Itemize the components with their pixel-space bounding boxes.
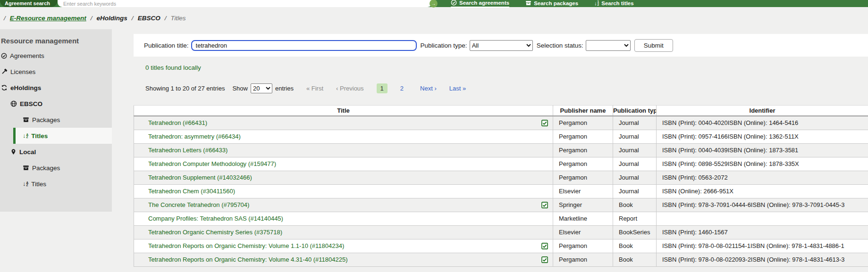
title-link[interactable]: The Concrete Tetrahedron (#795704) <box>148 201 249 208</box>
sidebar-item-licenses[interactable]: Licenses <box>0 64 112 80</box>
breadcrumb-separator: / <box>165 15 167 22</box>
publication-type-cell: BookSeries <box>613 225 657 239</box>
breadcrumb-ebsco[interactable]: EBSCO <box>138 15 160 22</box>
publisher-cell: Pergamon <box>553 130 613 143</box>
title-link[interactable]: Tetrahedron Supplement (#14032466) <box>148 174 252 181</box>
publisher-cell: Springer <box>553 198 613 212</box>
column-header-publisher-name: Publisher name <box>553 106 613 116</box>
gavel-icon <box>1 68 8 75</box>
selected-check <box>541 243 548 251</box>
table-row: Tetrahedron Letters (#66433) Pergamon Jo… <box>134 143 868 157</box>
publisher-cell: Pergamon <box>553 143 613 157</box>
title-link[interactable]: Tetrahedron (#66431) <box>148 119 207 126</box>
table-row: Tetrahedron (#66431) Pergamon Journal IS… <box>134 116 868 130</box>
package-icon <box>525 0 531 6</box>
publication-type-select[interactable]: All <box>470 40 533 51</box>
publication-title-input[interactable] <box>191 40 417 51</box>
sidebar-item-titles[interactable]: ↓AZTitles <box>13 128 112 144</box>
sort-az-icon: ↓AZ <box>23 181 28 187</box>
breadcrumb-eholdings[interactable]: eHoldings <box>97 15 127 22</box>
entries-label: entries <box>275 85 294 92</box>
page-size-select[interactable]: 20 <box>251 83 272 93</box>
sidebar-title: Resource management <box>0 30 112 48</box>
keyword-search-input[interactable] <box>58 0 432 7</box>
title-link[interactable]: Tetrahedron Letters (#66433) <box>148 147 228 154</box>
identifier-cell: ISBN (Print): 1460-1567 <box>657 225 868 239</box>
sidebar-item-ebsco[interactable]: EBSCO <box>0 96 112 112</box>
publication-type-cell: Book <box>613 198 657 212</box>
identifier-cell <box>657 212 868 225</box>
top-app-bar: Agreement search → Search agreements Sea… <box>0 0 868 7</box>
archive-icon <box>23 116 29 123</box>
sidebar-item-local[interactable]: Local <box>0 144 112 160</box>
publication-type-cell: Journal <box>613 130 657 143</box>
title-search-form: Publication title: Publication type: All… <box>134 34 868 57</box>
sidebar-item-titles[interactable]: ↓AZTitles <box>0 176 112 192</box>
submit-button[interactable]: Submit <box>634 39 673 52</box>
top-nav-search-packages[interactable]: Search packages <box>525 0 578 7</box>
search-go-button[interactable]: → <box>430 0 438 8</box>
breadcrumb-e-resource-management[interactable]: E-Resource management <box>10 15 86 22</box>
title-link[interactable]: Tetrahedron Chem (#30411560) <box>148 188 235 195</box>
table-row: The Concrete Tetrahedron (#795704) Sprin… <box>134 198 868 212</box>
column-header-publication-type: Publication type <box>613 106 657 116</box>
checkbox-checked-icon <box>541 120 548 126</box>
identifier-cell: ISBN (Print): 0040-4020ISBN (Online): 14… <box>657 116 868 130</box>
top-nav-search-agreements[interactable]: Search agreements <box>451 0 509 8</box>
breadcrumb-separator: / <box>132 15 134 22</box>
sidebar-item-packages[interactable]: Packages <box>0 112 112 128</box>
column-header-identifier: Identifier <box>657 106 868 116</box>
title-link[interactable]: Tetrahedron Organic Chemistry Series (#3… <box>148 229 282 236</box>
title-link[interactable]: Tetrahedron Computer Methodology (#15947… <box>148 160 276 167</box>
first-page-button[interactable]: « First <box>306 85 323 92</box>
title-link[interactable]: Company Profiles: Tetrahedron SAS (#1414… <box>148 215 283 222</box>
last-page-button[interactable]: Last » <box>449 85 466 92</box>
archive-icon <box>23 165 29 171</box>
selection-status-label: Selection status: <box>537 42 583 49</box>
previous-page-button[interactable]: ‹ Previous <box>336 85 364 92</box>
show-label: Show <box>232 85 248 92</box>
sidebar-item-agreements[interactable]: Agreements <box>0 48 112 64</box>
publication-type-cell: Journal <box>613 171 657 184</box>
publisher-cell: Elsevier <box>553 184 613 198</box>
sidebar-item-eholdings[interactable]: eHoldings <box>0 80 112 96</box>
selected-check <box>541 256 548 264</box>
next-page-button[interactable]: Next › <box>420 85 437 92</box>
table-row: Tetrahedron Computer Methodology (#15947… <box>134 157 868 171</box>
selection-status-select[interactable] <box>586 40 631 51</box>
check-circle-icon <box>451 0 457 6</box>
publication-type-cell: Journal <box>613 143 657 157</box>
breadcrumb-separator: / <box>4 15 6 22</box>
checkbox-checked-icon <box>541 243 548 249</box>
agreement-search-tab[interactable]: Agreement search <box>0 0 58 7</box>
identifier-cell: ISBN (Print): 0563-2072 <box>657 171 868 184</box>
page-button-2[interactable]: 2 <box>396 83 407 93</box>
publisher-cell: Pergamon <box>553 239 613 253</box>
checkbox-checked-icon <box>541 256 548 263</box>
page-button-1[interactable]: 1 <box>377 83 388 93</box>
main-panel: Publication title: Publication type: All… <box>112 29 868 267</box>
publication-title-label: Publication title: <box>144 42 189 49</box>
publication-type-cell: Report <box>613 212 657 225</box>
table-header-row: TitlePublisher namePublication typeIdent… <box>134 106 868 116</box>
table-row: Tetrahedron Chem (#30411560) Elsevier Jo… <box>134 184 868 198</box>
title-link[interactable]: Tetrahedron Reports on Organic Chemistry… <box>148 256 348 263</box>
pin-icon <box>10 148 17 155</box>
publisher-cell: Marketline <box>553 212 613 225</box>
top-nav-search-titles[interactable]: ↓12Search titles <box>594 0 634 7</box>
publisher-cell: Pergamon <box>553 253 613 266</box>
publisher-cell: Pergamon <box>553 171 613 184</box>
globe-icon <box>10 100 17 107</box>
title-link[interactable]: Tetrahedron: asymmetry (#66434) <box>148 133 241 140</box>
identifier-cell: ISBN (Print): 978-3-7091-0444-6ISBN (Onl… <box>657 198 868 212</box>
identifier-cell: ISBN (Print): 0040-4039ISBN (Online): 18… <box>657 143 868 157</box>
publisher-cell: Elsevier <box>553 225 613 239</box>
sidebar-item-packages[interactable]: Packages <box>0 160 112 176</box>
title-link[interactable]: Tetrahedron Reports on Organic Chemistry… <box>148 242 344 249</box>
publisher-cell: Pergamon <box>553 116 613 130</box>
sidebar-resource-management: Resource management Agreements Licenses … <box>0 29 112 212</box>
table-row: Tetrahedron Reports on Organic Chemistry… <box>134 239 868 253</box>
publication-type-label: Publication type: <box>421 42 467 49</box>
sort-numeric-icon: ↓12 <box>594 0 599 6</box>
identifier-cell: ISBN (Print): 978-0-08-021154-1ISBN (Onl… <box>657 239 868 253</box>
